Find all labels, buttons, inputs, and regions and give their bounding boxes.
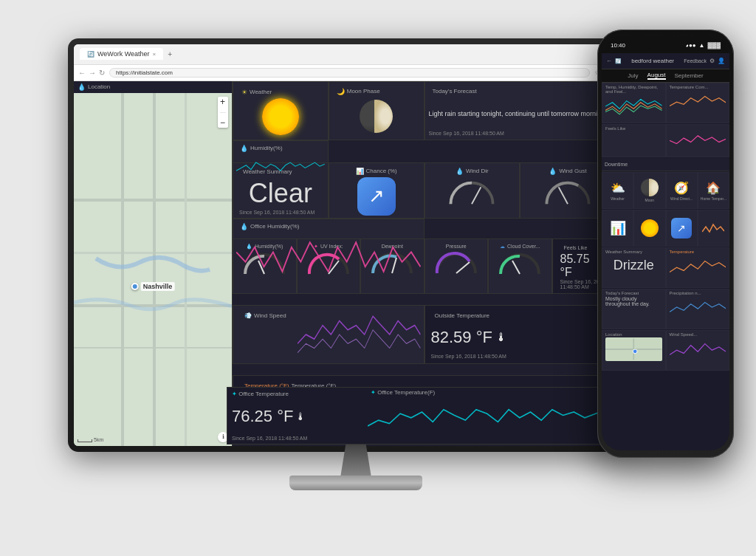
svg-line-6 (512, 261, 520, 274)
svg-point-10 (633, 349, 637, 354)
moon-phase-display (360, 100, 393, 133)
nav-arrows: ← → ↻ (78, 69, 105, 77)
moon-icon-small: 🌙 (337, 88, 345, 95)
outside-temp-since: Since Sep 16, 2018 11:48:50 AM (431, 354, 566, 359)
pressure-header: Pressure (442, 241, 470, 251)
wind-speed-tile: 💨 Wind Speed (233, 305, 425, 364)
moon-tile: 🌙 Moon Phase (329, 81, 425, 140)
wind-speed-label: Wind Speed (254, 312, 286, 319)
browser-tab[interactable]: 🔄 WeWork Weather × (80, 48, 163, 60)
outside-temp-value: 82.59 °F 🌡 (431, 321, 566, 354)
url-bar[interactable]: https://initialstate.com (109, 68, 590, 78)
phone-precipitation-tile: Precipitation n... (666, 289, 730, 329)
phone-drizzle-row: Weather Summary Drizzle Temperature (602, 247, 729, 288)
phone-wind-icon-tile: 🧭 Wind Direct... (666, 172, 698, 209)
scale-label: 5km (94, 437, 103, 442)
phone-tab-bar: July August September (602, 69, 729, 83)
phone-forecast-tile: Today's Forecast Mostly cloudy throughou… (602, 289, 666, 329)
tab-close-button[interactable]: × (153, 51, 157, 58)
forecast-text: Light rain starting tonight, continuing … (429, 97, 612, 131)
cloud-icon: ☁ (500, 244, 505, 250)
monitor-screen: 🔄 WeWork Weather × + ← → ↻ https://initi… (74, 44, 616, 446)
phone: 10:40 ●●● ▲ ▓▓▓ ← 🔄 bedford weather Feed… (597, 30, 741, 465)
phone-weather-summary-tile: Weather Summary Drizzle (602, 247, 666, 288)
zoom-in-icon[interactable]: + (220, 97, 226, 107)
battery-icon: ▓▓▓ (708, 42, 721, 49)
office-temp2-value: 76.25 °F 🌡 (232, 397, 363, 436)
phone-weather-icon-tile: ⛅ Weather (602, 172, 633, 209)
phone-wind-speed-label: Wind Speed... (670, 332, 726, 337)
tab-july[interactable]: July (628, 72, 638, 79)
phone-moon-display (641, 179, 659, 196)
phone-wind-dir-icon: 🧭 (674, 181, 689, 195)
location-header: 💧 Location (74, 81, 232, 93)
wind-dir-label: Wind Dir (466, 168, 489, 174)
outside-temp-tile: Outside Temperature 82.59 °F 🌡 Since Sep… (425, 305, 616, 364)
phone-feels-label: Feels Like (605, 126, 662, 131)
phone-moon-icon-tile: Moon (633, 172, 665, 209)
phone-app-title: bedford weather (625, 58, 681, 64)
chance-tile: 📊 Chance (%) ↗ (329, 162, 425, 219)
phone-user-icon[interactable]: 👤 (718, 58, 725, 64)
office-humidity-tile: 💧 Office Humidity(%) (233, 219, 425, 289)
map-tile[interactable]: + — − Nashville 5km (74, 93, 232, 446)
phone-feels-row: Feels Like (602, 124, 729, 157)
feedback-button[interactable]: Feedback (684, 58, 707, 64)
office-temp-chart: ✦ Office Temperature(F) (368, 388, 621, 444)
refresh-button[interactable]: ↻ (99, 69, 105, 77)
forecast-header: Today's Forecast (429, 86, 612, 97)
phone-home-temp-tile: 🏠 Home Temper... (698, 172, 729, 209)
tab-september[interactable]: September (675, 72, 704, 79)
forecast-since: Since Sep 16, 2018 11:48:50 AM (429, 131, 612, 136)
office-humidity-header: 💧 Office Humidity(%) (236, 221, 421, 233)
phone-downtime-row: Downtime (602, 158, 729, 171)
new-tab-button[interactable]: + (168, 50, 172, 58)
back-button[interactable]: ← (78, 69, 86, 77)
wind-dir-icon: 💧 (456, 168, 464, 175)
wind-gust-icon: 💧 (549, 168, 557, 175)
phone-back-icon[interactable]: ← (606, 58, 612, 64)
moon-label: Moon Phase (347, 88, 380, 95)
map-zoom-controls[interactable]: + — − (218, 97, 228, 128)
map-scale: 5km (78, 437, 103, 442)
phone-icons-row2: 📊 ↗ (602, 210, 729, 247)
chance-header: 📊 Chance (%) (352, 165, 401, 177)
phone-bezel: 10:40 ●●● ▲ ▓▓▓ ← 🔄 bedford weather Feed… (597, 30, 734, 458)
phone-temp-chart2: Temperature (666, 247, 730, 288)
outside-thermo-icon: 🌡 (495, 331, 507, 344)
browser-bar: 🔄 WeWork Weather × + (74, 44, 616, 65)
phone-cloud-icon: ⛅ (611, 181, 625, 195)
phone-content: Temp, Humidity, Dewpoint, and Feel... Te… (602, 83, 729, 450)
downtime-label: Downtime (602, 160, 630, 168)
wind-speed-icon: 💨 (244, 312, 252, 319)
forecast-tile: Today's Forecast Light rain starting ton… (425, 81, 616, 140)
tab-title: WeWork Weather (97, 50, 150, 58)
phone-bar-icon-tile: 📊 (602, 210, 633, 247)
sun-icon (262, 98, 299, 135)
svg-line-5 (456, 262, 470, 273)
tab-august[interactable]: August (647, 72, 666, 80)
outside-temp-header: Outside Temperature (431, 310, 566, 321)
phone-screen: 10:40 ●●● ▲ ▓▓▓ ← 🔄 bedford weather Feed… (602, 37, 729, 450)
phone-arrow-icon-tile: ↗ (666, 210, 698, 247)
zoom-out-icon[interactable]: − (220, 117, 226, 128)
wind-gust-header: 💧 Wind Gust (545, 165, 590, 177)
wind-gust-label: Wind Gust (559, 168, 586, 174)
location-panel: 💧 Location (74, 81, 233, 446)
outside-temp-left: Outside Temperature 82.59 °F 🌡 Since Sep… (428, 307, 568, 362)
map-marker: Nashville (131, 282, 175, 291)
moon-header: 🌙 Moon Phase (333, 86, 420, 97)
phone-forecast-label: Today's Forecast (605, 291, 662, 295)
svg-line-0 (472, 187, 481, 204)
chance-icon: 📊 (356, 168, 364, 175)
feels-label: Feels Like (564, 245, 588, 250)
phone-wind-speed-tile: Wind Speed... (666, 330, 730, 371)
phone-forecast-text: Mostly cloudy throughout the day. (605, 296, 662, 306)
phone-multi-chart: Temp, Humidity, Dewpoint, and Feel... (602, 83, 666, 123)
phone-settings-icon[interactable]: ⚙ (709, 58, 715, 64)
phone-app-logo: 🔄 (615, 58, 622, 64)
phone-location-tile: Location (602, 330, 666, 371)
humidity-chart-area (236, 154, 325, 185)
map-background: + — − Nashville 5km (74, 93, 232, 446)
forward-button[interactable]: → (89, 69, 96, 77)
